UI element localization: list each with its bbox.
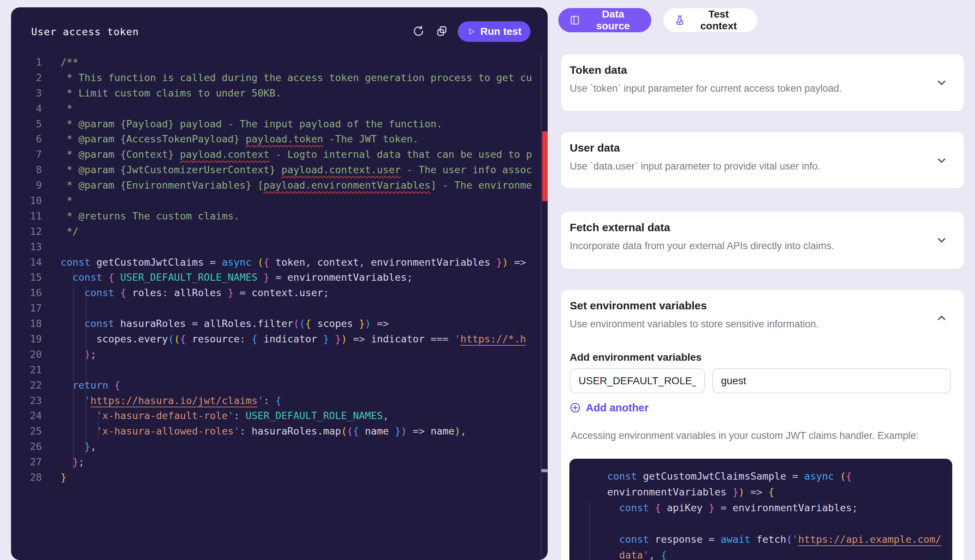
line-number: 19 xyxy=(11,332,42,347)
scrollbar-thumb[interactable] xyxy=(541,469,548,472)
line-number: 1 xyxy=(11,55,42,70)
sidebar-book-icon xyxy=(569,15,580,26)
card-set-environment-variables[interactable]: Set environment variables Use environmen… xyxy=(561,290,964,560)
code-line[interactable]: 27 }; xyxy=(11,454,541,470)
error-marker xyxy=(542,132,548,201)
code-line: const { apiKey } = environmentVariables; xyxy=(588,500,948,516)
code-line[interactable]: 15 const { USER_DEFAULT_ROLE_NAMES } = e… xyxy=(11,270,541,285)
code-line[interactable]: 24 'x-hasura-default-role': USER_DEFAULT… xyxy=(11,408,541,423)
indent-guide xyxy=(589,501,590,560)
code-line[interactable]: 21 xyxy=(11,362,541,378)
code-sample: const getCustomJwtClaimsSample = async (… xyxy=(588,468,948,560)
chevron-down-icon[interactable] xyxy=(935,154,948,167)
refresh-icon[interactable] xyxy=(410,23,427,40)
line-number: 3 xyxy=(11,85,42,101)
chevron-down-icon[interactable] xyxy=(935,76,948,89)
line-number: 16 xyxy=(11,285,42,300)
code-line[interactable]: 13 xyxy=(11,239,541,255)
code-line[interactable]: 1/** xyxy=(11,55,541,70)
code-line[interactable]: 26 }, xyxy=(11,439,541,454)
code-area[interactable]: 1/**2 * This function is called during t… xyxy=(11,55,541,485)
line-number: 11 xyxy=(11,208,42,224)
code-line[interactable]: 6 * @param {AccessTokenPayload} payload.… xyxy=(11,132,541,147)
code-line[interactable]: 4 * xyxy=(11,101,541,116)
card-desc: Use `data.user` input parameter to provi… xyxy=(570,161,820,172)
card-fetch-external-data[interactable]: Fetch external data Incorporate data fro… xyxy=(561,212,964,269)
code-line: environmentVariables }) => { xyxy=(588,484,948,500)
code-line[interactable]: 7 * @param {Context} payload.context - L… xyxy=(11,147,541,162)
code-line[interactable]: 5 * @param {Payload} payload - The input… xyxy=(11,116,541,132)
code-line[interactable]: 2 * This function is called during the a… xyxy=(11,70,541,85)
tab-data-source[interactable]: Data source xyxy=(558,8,651,32)
line-number: 12 xyxy=(11,224,42,239)
code-line[interactable]: 14const getCustomJwtClaims = async ({ to… xyxy=(11,255,541,270)
code-line[interactable]: 11 * @returns The custom claims. xyxy=(11,208,541,224)
code-line[interactable]: 3 * Limit custom claims to under 50KB. xyxy=(11,85,541,101)
card-desc: Incorporate data from your external APIs… xyxy=(570,240,834,252)
settings-panel: Data source Test context Token data Use … xyxy=(548,0,975,560)
line-number: 25 xyxy=(11,423,42,439)
tab-test-context[interactable]: Test context xyxy=(663,8,757,32)
line-number: 15 xyxy=(11,270,42,285)
add-env-variables-label: Add environment variables xyxy=(570,352,702,363)
env-key-input[interactable] xyxy=(570,368,705,393)
add-another-label: Add another xyxy=(586,402,649,414)
code-line[interactable]: 23 'https://hasura.io/jwt/claims': { xyxy=(11,393,541,408)
card-title: User data xyxy=(570,142,620,154)
line-number: 22 xyxy=(11,378,42,393)
code-line: data', { xyxy=(588,547,948,560)
card-user-data[interactable]: User data Use `data.user` input paramete… xyxy=(561,132,964,188)
line-number: 7 xyxy=(11,147,42,162)
code-line[interactable]: 8 * @param {JwtCustomizerUserContext} pa… xyxy=(11,162,541,178)
run-test-button[interactable]: Run test xyxy=(458,21,530,42)
line-number: 10 xyxy=(11,193,42,208)
env-example-caption: Accessing environment variables in your … xyxy=(571,430,919,442)
card-title: Token data xyxy=(570,64,627,76)
code-line xyxy=(588,516,948,532)
indent-guide xyxy=(98,409,99,440)
code-line[interactable]: 20 ); xyxy=(11,347,541,362)
card-title: Set environment variables xyxy=(570,300,707,312)
jwt-claims-page: User access token Run test 1/**2 * This … xyxy=(0,0,975,560)
code-line[interactable]: 12 */ xyxy=(11,224,541,239)
line-number: 18 xyxy=(11,316,42,332)
line-number: 17 xyxy=(11,300,42,316)
code-line[interactable]: 18 const hasuraRoles = allRoles.filter((… xyxy=(11,316,541,332)
line-number: 13 xyxy=(11,239,42,255)
line-number: 28 xyxy=(11,470,42,485)
line-number: 21 xyxy=(11,362,42,378)
editor-title: User access token xyxy=(31,26,139,38)
line-number: 5 xyxy=(11,116,42,132)
add-another-button[interactable]: Add another xyxy=(570,401,649,415)
code-line[interactable]: 25 'x-hasura-allowed-roles': hasuraRoles… xyxy=(11,423,541,439)
code-editor-panel: User access token Run test 1/**2 * This … xyxy=(11,7,548,560)
line-number: 24 xyxy=(11,408,42,423)
card-desc: Use `token` input parameter for current … xyxy=(570,83,842,94)
line-number: 6 xyxy=(11,132,42,147)
plus-circle-icon xyxy=(570,402,581,413)
line-number: 20 xyxy=(11,347,42,362)
code-line[interactable]: 19 scopes.every(({ resource: { indicator… xyxy=(11,332,541,347)
env-value-input[interactable] xyxy=(712,368,951,393)
scrollbar-track xyxy=(541,53,542,560)
chevron-up-icon[interactable] xyxy=(935,312,948,324)
line-number: 27 xyxy=(11,454,42,470)
code-line: const response = await fetch('https://ap… xyxy=(588,532,948,547)
code-line[interactable]: 9 * @param {EnvironmentVariables} [paylo… xyxy=(11,178,541,193)
card-token-data[interactable]: Token data Use `token` input parameter f… xyxy=(561,54,964,111)
line-number: 9 xyxy=(11,178,42,193)
indent-guide xyxy=(73,270,74,470)
line-number: 14 xyxy=(11,255,42,270)
code-line[interactable]: 28} xyxy=(11,470,541,485)
play-icon xyxy=(467,27,476,36)
code-line[interactable]: 22 return { xyxy=(11,378,541,393)
line-number: 23 xyxy=(11,393,42,408)
code-line[interactable]: 10 * xyxy=(11,193,541,208)
copy-icon[interactable] xyxy=(434,23,450,40)
code-line[interactable]: 17 xyxy=(11,300,541,316)
card-desc: Use environment variables to store sensi… xyxy=(570,318,818,330)
chevron-down-icon[interactable] xyxy=(935,234,948,246)
code-line[interactable]: 16 const { roles: allRoles } = context.u… xyxy=(11,285,541,300)
line-number: 26 xyxy=(11,439,42,454)
tab-label: Test context xyxy=(691,8,746,32)
